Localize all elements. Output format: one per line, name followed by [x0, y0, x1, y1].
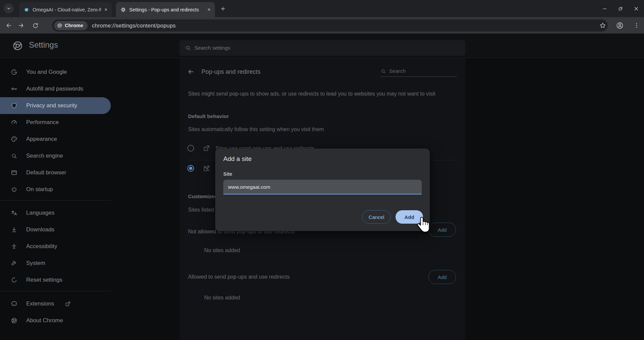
speedometer-icon — [11, 119, 17, 126]
window-controls — [597, 0, 644, 17]
forward-button[interactable] — [15, 20, 27, 31]
dialog-title: Add a site — [223, 155, 252, 163]
site-input[interactable] — [223, 180, 422, 194]
chrome-logo-icon — [57, 23, 62, 28]
google-g-icon — [11, 69, 17, 75]
add-allowed-button[interactable]: Add — [428, 270, 456, 284]
back-button[interactable] — [3, 20, 14, 31]
not-allowed-empty-text: No sites added — [204, 247, 240, 253]
allowed-empty-text: No sites added — [204, 295, 240, 301]
close-window-button[interactable] — [628, 0, 644, 17]
sidebar-item-search-engine[interactable]: Search engine — [0, 148, 111, 164]
browser-menu-button[interactable] — [633, 21, 641, 30]
sidebar-item-extensions[interactable]: Extensions — [0, 295, 111, 312]
url-text: chrome://settings/content/popups — [92, 22, 176, 29]
tab-close-icon[interactable] — [103, 7, 109, 13]
back-arrow-icon — [187, 68, 195, 76]
tab-settings[interactable]: Settings - Pop-ups and redirects — [116, 2, 215, 17]
settings-header: Settings Search settings — [0, 34, 644, 58]
settings-page: Settings Search settings You and Google … — [0, 34, 644, 340]
restore-button[interactable] — [612, 0, 628, 17]
search-icon — [185, 45, 191, 51]
settings-gear-favicon-icon — [121, 7, 126, 12]
sidebar-divider — [0, 200, 111, 201]
profile-avatar-icon — [616, 21, 624, 30]
tab-close-icon[interactable] — [206, 7, 212, 13]
default-behavior-heading: Default behavior — [188, 113, 229, 119]
sidebar-item-autofill[interactable]: Autofill and passwords — [0, 80, 111, 97]
tab-title: Settings - Pop-ups and redirects — [129, 7, 204, 12]
sidebar-item-performance[interactable]: Performance — [0, 114, 111, 131]
power-icon — [11, 186, 17, 193]
restore-icon — [617, 6, 624, 12]
sidebar-item-about-chrome[interactable]: About Chrome — [0, 312, 111, 329]
sidebar-item-system[interactable]: System — [0, 255, 111, 272]
settings-page-title: Settings — [29, 40, 58, 50]
search-icon — [11, 153, 17, 159]
profile-button[interactable] — [616, 21, 624, 30]
omegaai-favicon-icon — [24, 7, 29, 12]
radio-allow-popups[interactable] — [187, 145, 194, 152]
add-button[interactable]: Add — [396, 210, 423, 224]
tab-strip: OmegaAI - Cloud-native, Zero-F Settings … — [0, 0, 644, 17]
chrome-chip-label: Chrome — [65, 23, 83, 28]
content-search-input[interactable]: Search — [380, 68, 406, 74]
reload-button[interactable] — [30, 20, 41, 31]
add-site-dialog: Add a site Site Cancel Add — [215, 149, 430, 231]
accessibility-person-icon — [11, 243, 17, 250]
allowed-section-label: Allowed to send pop-ups and use redirect… — [188, 274, 289, 280]
tab-title: OmegaAI - Cloud-native, Zero-F — [33, 7, 101, 12]
browser-toolbar: Chrome chrome://settings/content/popups — [0, 17, 644, 34]
minimize-button[interactable] — [597, 0, 612, 17]
star-icon — [599, 22, 606, 29]
tab-search-button[interactable] — [4, 3, 14, 13]
chrome-logo-icon — [12, 40, 23, 51]
chrome-logo-icon — [11, 317, 17, 324]
shield-icon — [11, 102, 17, 109]
sidebar-item-privacy-security[interactable]: Privacy and security — [0, 97, 111, 114]
page-description: Sites might send pop-ups to show ads, or… — [188, 91, 435, 97]
forward-arrow-icon — [17, 22, 25, 29]
back-arrow-button[interactable] — [187, 68, 195, 76]
sidebar-item-you-and-google[interactable]: You and Google — [0, 64, 111, 80]
page-title: Pop-ups and redirects — [201, 68, 261, 75]
radio-block-popups[interactable] — [187, 165, 194, 172]
new-tab-button[interactable] — [218, 4, 228, 13]
sidebar-item-languages[interactable]: Languages — [0, 205, 111, 221]
content-search-underline — [380, 76, 457, 77]
add-not-allowed-button[interactable]: Add — [428, 223, 456, 237]
address-bar[interactable]: Chrome chrome://settings/content/popups — [52, 19, 608, 32]
browser-window: OmegaAI - Cloud-native, Zero-F Settings … — [0, 0, 644, 340]
minimize-icon — [602, 6, 608, 12]
blocked-popup-icon — [203, 165, 210, 172]
palette-icon — [11, 136, 17, 143]
search-icon — [380, 68, 386, 74]
key-icon — [11, 86, 17, 92]
tab-omegaai[interactable]: OmegaAI - Cloud-native, Zero-F — [19, 2, 112, 17]
sidebar-item-reset-settings[interactable]: Reset settings — [0, 272, 111, 288]
chevron-down-icon — [6, 6, 11, 11]
open-popup-icon — [203, 145, 210, 152]
translate-icon — [11, 210, 17, 216]
close-icon — [633, 6, 639, 12]
sidebar-item-default-browser[interactable]: Default browser — [0, 164, 111, 181]
bookmark-star-button[interactable] — [599, 22, 606, 29]
site-field-label: Site — [223, 171, 232, 177]
reset-arrow-icon — [11, 277, 17, 283]
default-behavior-subtitle: Sites automatically follow this setting … — [188, 126, 324, 132]
sidebar-item-downloads[interactable]: Downloads — [0, 221, 111, 238]
sidebar-item-appearance[interactable]: Appearance — [0, 131, 111, 148]
chrome-url-chip[interactable]: Chrome — [54, 21, 88, 30]
reload-icon — [32, 22, 39, 29]
cancel-button[interactable]: Cancel — [362, 210, 391, 224]
settings-search-input[interactable]: Search settings — [180, 40, 465, 56]
settings-search-placeholder: Search settings — [194, 45, 230, 51]
sidebar-item-accessibility[interactable]: Accessibility — [0, 238, 111, 255]
download-icon — [11, 226, 17, 233]
sidebar-divider — [0, 291, 111, 291]
puzzle-icon — [11, 300, 17, 307]
wrench-icon — [11, 260, 17, 267]
sidebar-item-on-startup[interactable]: On startup — [0, 181, 111, 198]
back-arrow-icon — [5, 22, 12, 29]
plus-icon — [220, 6, 226, 12]
